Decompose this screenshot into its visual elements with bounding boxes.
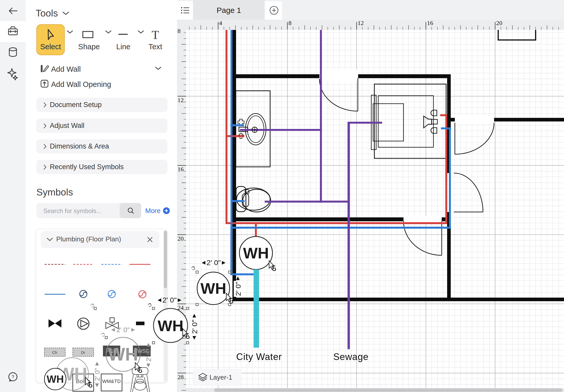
svg-text:Dr: Dr	[81, 350, 85, 355]
svg-text:WH: WH	[158, 317, 183, 334]
svg-text:WH: WH	[108, 344, 138, 364]
svg-text:2' 0": 2' 0"	[190, 320, 199, 334]
svg-text:2' 0": 2' 0"	[162, 296, 176, 304]
svg-text:WH: WH	[47, 373, 64, 385]
svg-text:2' 0": 2' 0"	[145, 349, 152, 362]
svg-text:2' 0": 2' 0"	[117, 326, 130, 334]
svg-text:Ch: Ch	[52, 350, 57, 355]
svg-text:WM&TD: WM&TD	[102, 379, 121, 384]
svg-text:2' 0": 2' 0"	[93, 368, 101, 381]
